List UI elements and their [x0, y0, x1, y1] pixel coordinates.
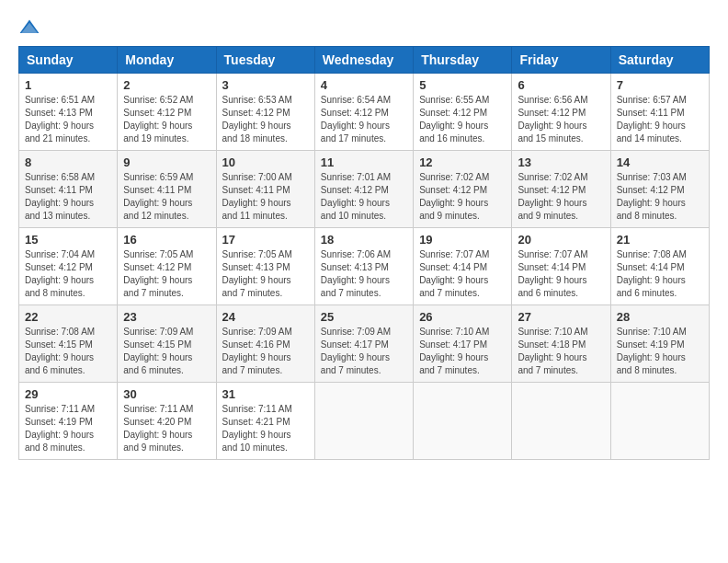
- day-number: 12: [419, 155, 506, 169]
- day-number: 8: [25, 155, 111, 169]
- day-number: 28: [617, 310, 703, 324]
- day-info: Sunrise: 7:09 AM Sunset: 4:16 PM Dayligh…: [222, 326, 309, 377]
- calendar-cell: 1Sunrise: 6:51 AM Sunset: 4:13 PM Daylig…: [19, 74, 118, 151]
- calendar-cell: 14Sunrise: 7:03 AM Sunset: 4:12 PM Dayli…: [610, 151, 709, 228]
- calendar-cell: 24Sunrise: 7:09 AM Sunset: 4:16 PM Dayli…: [216, 305, 314, 383]
- weekday-header-saturday: Saturday: [610, 47, 709, 74]
- day-number: 13: [518, 155, 604, 169]
- day-number: 19: [419, 233, 506, 247]
- calendar-cell: 26Sunrise: 7:10 AM Sunset: 4:17 PM Dayli…: [414, 305, 512, 383]
- day-info: Sunrise: 6:59 AM Sunset: 4:11 PM Dayligh…: [123, 171, 210, 223]
- day-info: Sunrise: 7:10 AM Sunset: 4:19 PM Dayligh…: [617, 326, 703, 377]
- day-number: 31: [222, 387, 309, 401]
- day-number: 29: [25, 387, 111, 401]
- day-info: Sunrise: 7:10 AM Sunset: 4:17 PM Dayligh…: [419, 326, 506, 377]
- calendar-cell: 6Sunrise: 6:56 AM Sunset: 4:12 PM Daylig…: [512, 74, 610, 151]
- calendar-week-row: 8Sunrise: 6:58 AM Sunset: 4:11 PM Daylig…: [19, 151, 710, 228]
- day-info: Sunrise: 7:05 AM Sunset: 4:12 PM Dayligh…: [123, 248, 210, 300]
- calendar-cell: 8Sunrise: 6:58 AM Sunset: 4:11 PM Daylig…: [19, 151, 118, 228]
- day-info: Sunrise: 7:09 AM Sunset: 4:15 PM Dayligh…: [123, 326, 210, 377]
- day-info: Sunrise: 7:02 AM Sunset: 4:12 PM Dayligh…: [419, 171, 506, 223]
- day-info: Sunrise: 6:55 AM Sunset: 4:12 PM Dayligh…: [419, 94, 506, 145]
- day-number: 20: [518, 233, 604, 247]
- day-number: 7: [617, 78, 703, 92]
- calendar-cell: 13Sunrise: 7:02 AM Sunset: 4:12 PM Dayli…: [512, 151, 610, 228]
- day-number: 1: [25, 78, 111, 92]
- calendar-cell: 22Sunrise: 7:08 AM Sunset: 4:15 PM Dayli…: [19, 305, 118, 383]
- calendar-cell: 23Sunrise: 7:09 AM Sunset: 4:15 PM Dayli…: [118, 305, 216, 383]
- day-info: Sunrise: 7:03 AM Sunset: 4:12 PM Dayligh…: [617, 171, 703, 223]
- day-number: 27: [518, 310, 604, 324]
- calendar-cell: 15Sunrise: 7:04 AM Sunset: 4:12 PM Dayli…: [19, 228, 118, 305]
- day-number: 22: [25, 310, 111, 324]
- day-number: 3: [222, 78, 309, 92]
- day-info: Sunrise: 6:57 AM Sunset: 4:11 PM Dayligh…: [617, 94, 703, 145]
- calendar-week-row: 15Sunrise: 7:04 AM Sunset: 4:12 PM Dayli…: [19, 228, 710, 305]
- calendar-cell: [414, 383, 512, 460]
- day-number: 10: [222, 155, 309, 169]
- day-number: 4: [321, 78, 407, 92]
- day-info: Sunrise: 7:01 AM Sunset: 4:12 PM Dayligh…: [321, 171, 407, 223]
- logo: [18, 18, 44, 37]
- weekday-header-monday: Monday: [118, 47, 216, 74]
- day-info: Sunrise: 7:05 AM Sunset: 4:13 PM Dayligh…: [222, 248, 309, 300]
- weekday-header-sunday: Sunday: [19, 47, 118, 74]
- calendar-cell: 21Sunrise: 7:08 AM Sunset: 4:14 PM Dayli…: [610, 228, 709, 305]
- calendar-cell: 18Sunrise: 7:06 AM Sunset: 4:13 PM Dayli…: [314, 228, 413, 305]
- day-info: Sunrise: 7:10 AM Sunset: 4:18 PM Dayligh…: [518, 326, 604, 377]
- calendar-cell: 30Sunrise: 7:11 AM Sunset: 4:20 PM Dayli…: [118, 383, 216, 460]
- weekday-header-tuesday: Tuesday: [216, 47, 314, 74]
- day-number: 5: [419, 78, 506, 92]
- day-number: 25: [321, 310, 407, 324]
- day-number: 9: [123, 155, 210, 169]
- day-info: Sunrise: 7:00 AM Sunset: 4:11 PM Dayligh…: [222, 171, 309, 223]
- calendar-cell: 2Sunrise: 6:52 AM Sunset: 4:12 PM Daylig…: [118, 74, 216, 151]
- day-number: 11: [321, 155, 407, 169]
- calendar-cell: 11Sunrise: 7:01 AM Sunset: 4:12 PM Dayli…: [314, 151, 413, 228]
- day-info: Sunrise: 7:09 AM Sunset: 4:17 PM Dayligh…: [321, 326, 407, 377]
- calendar-cell: 7Sunrise: 6:57 AM Sunset: 4:11 PM Daylig…: [610, 74, 709, 151]
- day-number: 2: [123, 78, 210, 92]
- calendar-table: SundayMondayTuesdayWednesdayThursdayFrid…: [18, 46, 710, 460]
- calendar-week-row: 29Sunrise: 7:11 AM Sunset: 4:19 PM Dayli…: [19, 383, 710, 460]
- calendar-cell: 19Sunrise: 7:07 AM Sunset: 4:14 PM Dayli…: [414, 228, 512, 305]
- calendar-cell: 29Sunrise: 7:11 AM Sunset: 4:19 PM Dayli…: [19, 383, 118, 460]
- calendar-cell: 4Sunrise: 6:54 AM Sunset: 4:12 PM Daylig…: [314, 74, 413, 151]
- day-info: Sunrise: 6:51 AM Sunset: 4:13 PM Dayligh…: [25, 94, 111, 145]
- calendar-cell: 16Sunrise: 7:05 AM Sunset: 4:12 PM Dayli…: [118, 228, 216, 305]
- day-number: 16: [123, 233, 210, 247]
- calendar-header: SundayMondayTuesdayWednesdayThursdayFrid…: [19, 47, 710, 74]
- day-number: 21: [617, 233, 703, 247]
- day-info: Sunrise: 7:07 AM Sunset: 4:14 PM Dayligh…: [419, 248, 506, 300]
- weekday-header-friday: Friday: [512, 47, 610, 74]
- day-number: 26: [419, 310, 506, 324]
- weekday-header-row: SundayMondayTuesdayWednesdayThursdayFrid…: [19, 47, 710, 74]
- calendar-week-row: 22Sunrise: 7:08 AM Sunset: 4:15 PM Dayli…: [19, 305, 710, 383]
- day-number: 23: [123, 310, 210, 324]
- day-info: Sunrise: 7:06 AM Sunset: 4:13 PM Dayligh…: [321, 248, 407, 300]
- calendar-cell: 31Sunrise: 7:11 AM Sunset: 4:21 PM Dayli…: [216, 383, 314, 460]
- day-info: Sunrise: 7:08 AM Sunset: 4:14 PM Dayligh…: [617, 248, 703, 300]
- day-info: Sunrise: 6:53 AM Sunset: 4:12 PM Dayligh…: [222, 94, 309, 145]
- day-number: 30: [123, 387, 210, 401]
- calendar-cell: 10Sunrise: 7:00 AM Sunset: 4:11 PM Dayli…: [216, 151, 314, 228]
- day-number: 6: [518, 78, 604, 92]
- logo-icon: [18, 18, 40, 37]
- calendar-cell: 27Sunrise: 7:10 AM Sunset: 4:18 PM Dayli…: [512, 305, 610, 383]
- calendar-body: 1Sunrise: 6:51 AM Sunset: 4:13 PM Daylig…: [19, 74, 710, 460]
- day-number: 14: [617, 155, 703, 169]
- day-info: Sunrise: 7:11 AM Sunset: 4:21 PM Dayligh…: [222, 403, 309, 454]
- day-info: Sunrise: 7:11 AM Sunset: 4:20 PM Dayligh…: [123, 403, 210, 454]
- calendar-cell: 28Sunrise: 7:10 AM Sunset: 4:19 PM Dayli…: [610, 305, 709, 383]
- day-number: 18: [321, 233, 407, 247]
- weekday-header-thursday: Thursday: [414, 47, 512, 74]
- day-info: Sunrise: 7:11 AM Sunset: 4:19 PM Dayligh…: [25, 403, 111, 454]
- weekday-header-wednesday: Wednesday: [314, 47, 413, 74]
- day-info: Sunrise: 6:52 AM Sunset: 4:12 PM Dayligh…: [123, 94, 210, 145]
- calendar-cell: 12Sunrise: 7:02 AM Sunset: 4:12 PM Dayli…: [414, 151, 512, 228]
- day-info: Sunrise: 7:04 AM Sunset: 4:12 PM Dayligh…: [25, 248, 111, 300]
- calendar-cell: [314, 383, 413, 460]
- calendar-week-row: 1Sunrise: 6:51 AM Sunset: 4:13 PM Daylig…: [19, 74, 710, 151]
- day-info: Sunrise: 7:08 AM Sunset: 4:15 PM Dayligh…: [25, 326, 111, 377]
- day-info: Sunrise: 6:58 AM Sunset: 4:11 PM Dayligh…: [25, 171, 111, 223]
